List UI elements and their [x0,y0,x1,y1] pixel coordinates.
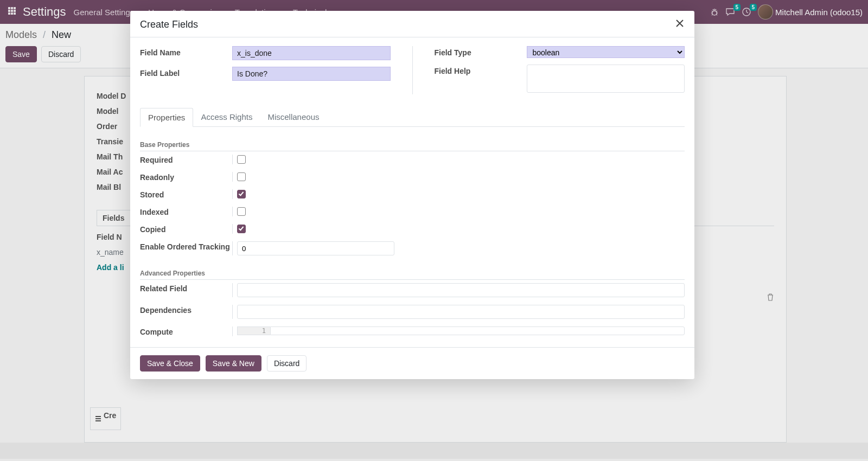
label-field-help: Field Help [435,65,527,94]
modal-tabs: Properties Access Rights Miscellaneous [140,107,685,127]
label-copied: Copied [140,224,232,234]
label-readonly: Readonly [140,172,232,182]
checkbox-readonly[interactable] [237,172,246,181]
input-field-label[interactable] [232,67,391,81]
input-dependencies[interactable] [237,305,685,319]
textarea-field-help[interactable] [527,65,685,93]
modal-discard-button[interactable]: Discard [267,355,307,372]
checkbox-copied[interactable] [237,225,246,233]
label-field-type: Field Type [435,46,527,58]
compute-gutter: 1 [237,326,270,335]
input-tracking[interactable] [237,241,394,255]
label-compute: Compute [140,326,232,336]
label-field-label: Field Label [140,67,232,81]
checkbox-required[interactable] [237,155,246,164]
tab-miscellaneous[interactable]: Miscellaneous [260,108,327,127]
label-stored: Stored [140,189,232,199]
section-base-properties: Base Properties [140,141,685,151]
compute-editor[interactable]: 1 [237,326,685,335]
modal-close-button[interactable] [675,18,685,30]
label-related: Related Field [140,283,232,297]
checkbox-indexed[interactable] [237,207,246,216]
input-field-name[interactable] [232,46,391,60]
save-close-button[interactable]: Save & Close [140,355,200,372]
modal-title: Create Fields [140,19,198,30]
tab-access-rights[interactable]: Access Rights [193,108,260,127]
label-tracking: Enable Ordered Tracking [140,241,232,255]
input-related[interactable] [237,283,685,297]
tab-properties[interactable]: Properties [140,108,193,127]
save-new-button[interactable]: Save & New [206,355,261,372]
label-required: Required [140,155,232,164]
label-indexed: Indexed [140,207,232,216]
create-fields-modal: Create Fields Field Name Field Label Fie… [130,11,694,379]
select-field-type[interactable]: boolean [527,46,685,58]
section-advanced-properties: Advanced Properties [140,270,685,280]
label-field-name: Field Name [140,46,232,60]
label-dependencies: Dependencies [140,305,232,319]
checkbox-stored[interactable] [237,190,246,199]
